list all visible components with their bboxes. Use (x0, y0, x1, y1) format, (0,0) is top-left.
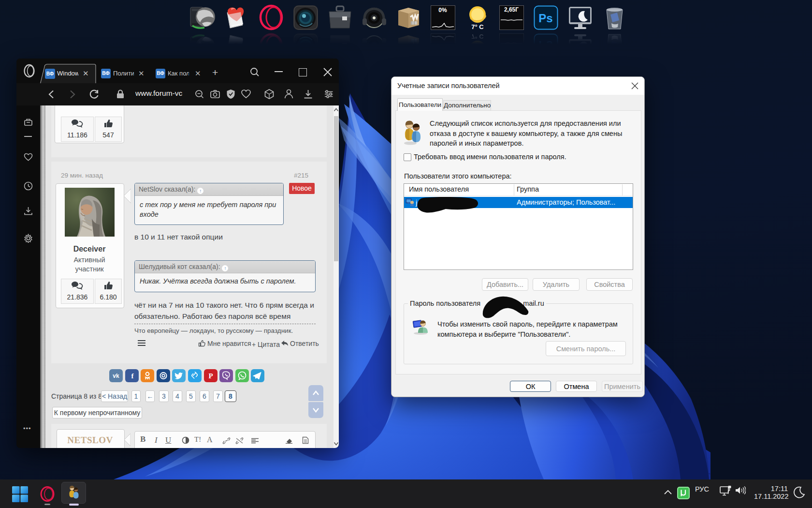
svg-text:vk: vk (113, 373, 119, 379)
svg-text:2,65Г: 2,65Г (504, 50, 519, 57)
svg-text:Ps: Ps (538, 39, 552, 52)
svg-text:P: P (208, 372, 213, 380)
svg-text:f: f (131, 372, 134, 380)
svg-text:0%: 0% (438, 7, 447, 14)
svg-text:7° C: 7° C (471, 23, 484, 30)
svg-text:2,65Г: 2,65Г (504, 6, 519, 13)
svg-text:0%: 0% (438, 50, 447, 57)
svg-text:Ps: Ps (538, 12, 552, 25)
svg-text:7° C: 7° C (471, 33, 484, 40)
